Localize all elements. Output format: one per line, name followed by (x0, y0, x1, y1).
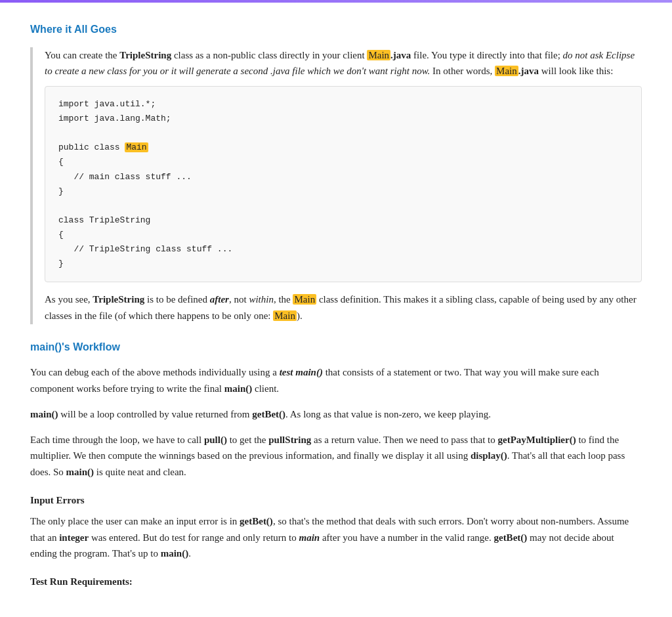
blockquote-section: You can create the TripleString class as… (30, 47, 642, 324)
main-bold4: main() (161, 548, 189, 559)
after-code-pre: As you see, (45, 294, 93, 305)
main-bold-italic: main (299, 532, 320, 543)
pull-bold: pull() (204, 435, 227, 445)
test-main-bold: test main() (280, 367, 323, 377)
getbet-bold2: getBet() (240, 516, 273, 526)
section3-heading: Input Errors (30, 492, 642, 508)
s3p1-end2: . (188, 548, 191, 559)
section2-para3: Each time through the loop, we have to c… (30, 432, 642, 480)
s3p1-pre: The only place the user can make an inpu… (30, 516, 240, 526)
pullstring-bold: pullString (268, 435, 311, 445)
blockquote-para1: You can create the TripleString class as… (45, 47, 642, 80)
section2-para1: You can debug each of the above methods … (30, 364, 642, 397)
filename2-highlight: Main (495, 66, 518, 76)
after-code-end: ). (297, 310, 303, 321)
display-bold: display() (471, 450, 507, 461)
after-bold: after (210, 294, 229, 305)
section3-para1: The only place the user can make an inpu… (30, 513, 642, 562)
text-pre: You can create the (45, 50, 119, 60)
within-italic: within (249, 294, 274, 305)
section1-heading: Where it All Goes (30, 21, 642, 38)
section4-heading: Test Run Requirements: (30, 574, 642, 589)
s3p1-mid3: after you have a number in the valid ran… (320, 532, 494, 543)
code-classname-highlight: Main (125, 142, 148, 152)
s2p3-end: is quite neat and clean. (94, 467, 186, 477)
s2p1-end: client. (252, 383, 279, 394)
filename-highlight: Main (367, 50, 390, 60)
section2-para2: main() will be a loop controlled by valu… (30, 406, 642, 423)
getbet-bold3: getBet() (494, 532, 527, 543)
main-bold: main() (224, 383, 253, 394)
page-container: Where it All Goes You can create the Tri… (14, 3, 658, 617)
main-highlight: Main (293, 294, 316, 305)
after-code-mid2: , not (229, 294, 249, 305)
code-block: import java.util.*; import java.lang.Mat… (45, 86, 642, 282)
s2p3-mid2: as a return value. Then we need to pass … (311, 435, 497, 445)
s2p1-pre: You can debug each of the above methods … (30, 367, 280, 377)
main-bold2: main() (30, 409, 58, 419)
triple-string-bold2: TripleString (93, 294, 144, 305)
text-ext2: .java (518, 66, 539, 76)
main2-highlight: Main (273, 310, 297, 321)
after-code-mid3: , the (274, 294, 293, 305)
getpaymult-bold: getPayMultiplier() (498, 435, 576, 445)
s2p3-mid: to get the (227, 435, 268, 445)
after-code-mid1: is to be defined (144, 294, 210, 305)
integer-bold: integer (59, 532, 89, 543)
getbet-bold: getBet() (252, 409, 285, 419)
s2p3-pre: Each time through the loop, we have to c… (30, 435, 204, 445)
section2-heading: main()'s Workflow (30, 339, 642, 356)
s3p1-mid2: was entered. But do test for range and o… (89, 532, 299, 543)
main-bold3: main() (66, 467, 94, 477)
s2p2-post: will be a loop controlled by value retur… (58, 409, 253, 419)
triple-string-bold: TripleString (119, 50, 171, 60)
text-end: will look like this: (539, 66, 613, 76)
text-mid: class as a non-public class directly in … (171, 50, 367, 60)
after-code-para: As you see, TripleString is to be define… (45, 291, 642, 324)
text-ext: .java (390, 50, 411, 60)
s2p2-end: . As long as that value is non-zero, we … (285, 409, 491, 419)
